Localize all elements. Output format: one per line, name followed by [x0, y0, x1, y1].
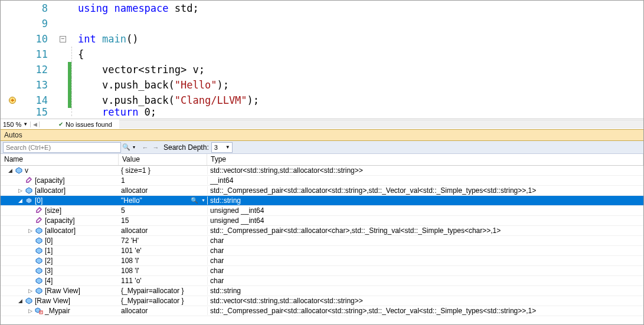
search-depth-select[interactable]: 3▼	[211, 142, 233, 153]
variable-name: [Raw View]	[45, 287, 80, 295]
column-header-type[interactable]: Type	[207, 154, 643, 165]
variable-value[interactable]: allocator	[119, 226, 207, 235]
variable-icon	[35, 226, 43, 235]
code-content[interactable]: v.push_back("Hello");	[78, 79, 643, 91]
variable-type: std::_Compressed_pair<std::allocator<std…	[207, 186, 643, 195]
variable-value[interactable]: {_Mypair=allocator }	[119, 297, 207, 305]
private-field-icon	[35, 307, 43, 315]
variable-icon	[35, 287, 43, 295]
variable-icon	[35, 237, 43, 245]
zoom-dropdown[interactable]: 150 %▼	[1, 121, 30, 128]
variable-type: std::string	[207, 196, 643, 205]
line-number: 13	[24, 79, 57, 91]
variable-type: std::_Compressed_pair<std::allocator<std…	[207, 307, 643, 315]
code-line[interactable]: 11{	[1, 47, 643, 62]
chevron-down-icon[interactable]: ▼	[201, 198, 205, 202]
nav-forward-button[interactable]: →	[151, 142, 161, 153]
tree-row[interactable]: [2]108 'l'char	[1, 256, 643, 266]
autos-toolbar: 🔍 ▾ ← → Search Depth: 3▼	[1, 141, 643, 154]
tree-row[interactable]: ▷_Mypairallocatorstd::_Compressed_pair<s…	[1, 306, 643, 316]
tree-row[interactable]: ◢[Raw View]{_Mypair=allocator }std::vect…	[1, 296, 643, 306]
autos-tree[interactable]: ◢v{ size=1 }std::vector<std::string,std:…	[1, 166, 643, 324]
tree-row[interactable]: ▷[allocator]allocatorstd::_Compressed_pa…	[1, 226, 643, 236]
breakpoint-margin[interactable]	[1, 96, 24, 104]
issues-status: No issues found	[66, 121, 112, 128]
variable-value[interactable]: allocator	[119, 186, 207, 195]
variable-value[interactable]: 108 'l'	[119, 257, 207, 265]
tree-row[interactable]: [4]111 'o'char	[1, 276, 643, 286]
code-content[interactable]: return 0;	[78, 106, 643, 118]
variable-name: [4]	[45, 277, 53, 285]
variable-value[interactable]: 5	[119, 206, 207, 215]
column-header-name[interactable]: Name	[1, 154, 119, 165]
line-number: 15	[24, 106, 57, 118]
expander-toggle[interactable]: ▷	[27, 307, 34, 314]
nav-back-button[interactable]: ←	[140, 142, 151, 153]
code-line[interactable]: 8using namespace std;	[1, 1, 643, 16]
code-content[interactable]: int main()	[78, 33, 643, 45]
code-line[interactable]: 9	[1, 16, 643, 31]
variable-value[interactable]: "Hello"🔍▼	[119, 196, 207, 205]
column-header-value[interactable]: Value	[119, 154, 207, 165]
fold-guide	[71, 77, 72, 93]
fold-toggle-icon[interactable]: −	[60, 36, 66, 42]
code-content[interactable]: v.push_back("Clang/LLVM");	[78, 94, 643, 106]
variable-value[interactable]: 15	[119, 216, 207, 225]
variable-value[interactable]: 72 'H'	[119, 237, 207, 245]
code-content[interactable]: {	[78, 48, 643, 60]
variable-type: __int64	[207, 176, 643, 185]
code-content[interactable]: vector<string> v;	[78, 64, 643, 75]
line-number: 11	[24, 48, 57, 60]
variable-value[interactable]: allocator	[119, 307, 207, 315]
variable-value[interactable]: {_Mypair=allocator }	[119, 287, 207, 295]
search-icon[interactable]: 🔍	[121, 142, 132, 153]
line-number: 12	[24, 64, 57, 75]
variable-name: [1]	[45, 247, 53, 255]
tree-row[interactable]: [capacity]15unsigned __int64	[1, 216, 643, 226]
tree-row[interactable]: ◢v{ size=1 }std::vector<std::string,std:…	[1, 166, 643, 176]
fold-margin[interactable]: −	[57, 36, 68, 42]
tree-row[interactable]: ▷[Raw View]{_Mypair=allocator }std::stri…	[1, 286, 643, 296]
tree-row[interactable]: [0]72 'H'char	[1, 236, 643, 246]
expander-placeholder	[27, 277, 34, 284]
variable-value[interactable]: 111 'o'	[119, 277, 207, 285]
tree-row[interactable]: ▷[allocator]allocatorstd::_Compressed_pa…	[1, 186, 643, 196]
variable-value[interactable]: { size=1 }	[119, 166, 207, 175]
visualizer-icon[interactable]: 🔍	[191, 197, 198, 203]
chevron-down-icon[interactable]: ▾	[133, 145, 135, 150]
line-number: 8	[24, 2, 57, 14]
code-line[interactable]: 10−int main()	[1, 31, 643, 47]
variable-icon	[15, 166, 23, 175]
tree-row[interactable]: [3]108 'l'char	[1, 266, 643, 276]
code-content[interactable]: using namespace std;	[78, 2, 643, 14]
fold-guide	[71, 47, 72, 62]
expander-placeholder	[27, 217, 34, 224]
scroll-left-button[interactable]: ◀	[30, 122, 40, 127]
tree-row[interactable]: [capacity]1__int64	[1, 176, 643, 186]
variable-value[interactable]: 101 'e'	[119, 247, 207, 255]
expander-toggle[interactable]: ▷	[17, 187, 24, 194]
variable-type: std::_Compressed_pair<std::allocator<cha…	[207, 226, 643, 235]
variable-value[interactable]: 108 'l'	[119, 267, 207, 275]
expander-toggle[interactable]: ◢	[17, 197, 24, 204]
code-editor[interactable]: 8using namespace std;910−int main()11{12…	[1, 1, 643, 119]
search-input[interactable]	[3, 142, 121, 153]
variable-type: std::vector<std::string,std::allocator<s…	[207, 297, 643, 305]
code-line[interactable]: 13 v.push_back("Hello");	[1, 77, 643, 93]
tree-row[interactable]: ◢[0]"Hello"🔍▼std::string	[1, 196, 643, 206]
expander-placeholder	[27, 247, 34, 254]
code-line[interactable]: 12 vector<string> v;	[1, 62, 643, 77]
expander-toggle[interactable]: ◢	[17, 297, 24, 304]
fold-guide	[71, 93, 72, 108]
tree-row[interactable]: [1]101 'e'char	[1, 246, 643, 256]
variable-value[interactable]: 1	[119, 176, 207, 185]
expander-toggle[interactable]: ▷	[27, 287, 34, 294]
code-line[interactable]: 15 return 0;	[1, 108, 643, 116]
change-indicator	[68, 16, 71, 31]
variable-type: unsigned __int64	[207, 216, 643, 225]
tree-row[interactable]: [size]5unsigned __int64	[1, 206, 643, 216]
horizontal-scrollbar[interactable]	[119, 120, 643, 129]
expander-toggle[interactable]: ◢	[6, 167, 14, 174]
expander-toggle[interactable]: ▷	[27, 227, 34, 234]
change-indicator	[68, 31, 71, 47]
